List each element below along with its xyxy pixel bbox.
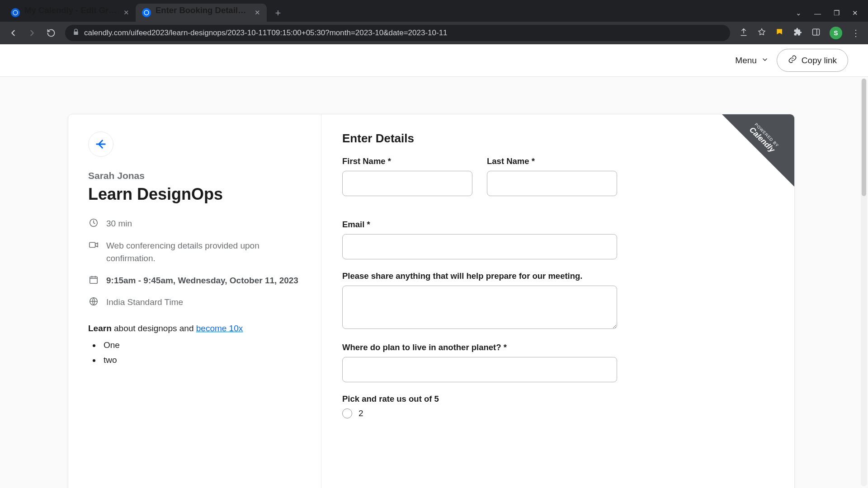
radio-icon[interactable] [342, 408, 352, 418]
email-label: Email * [342, 220, 617, 230]
close-tab-icon[interactable]: ✕ [123, 9, 129, 17]
datetime-row: 9:15am - 9:45am, Wednesday, October 11, … [88, 274, 301, 287]
desc-bullet: two [101, 353, 301, 366]
question1-input[interactable] [342, 357, 617, 382]
calendly-favicon-icon [142, 8, 151, 17]
copy-link-label: Copy link [802, 56, 837, 66]
page-header: Menu Copy link [0, 44, 868, 77]
tab-label: Enter Booking Details - Calendly [156, 5, 250, 15]
svg-point-0 [13, 10, 18, 15]
svg-rect-5 [90, 242, 95, 247]
timezone-row: India Standard Time [88, 296, 301, 309]
browser-tab-strip: My Calendly - Edit Group Event ✕ Enter B… [0, 0, 868, 22]
svg-point-1 [144, 10, 149, 15]
timezone-text: India Standard Time [106, 296, 183, 309]
question1-label: Where do plan to live in another planet?… [342, 343, 617, 352]
svg-rect-2 [813, 29, 820, 35]
browser-tab[interactable]: Enter Booking Details - Calendly ✕ [136, 4, 267, 22]
location-text: Web conferencing details provided upon c… [106, 239, 301, 265]
globe-icon [88, 296, 99, 307]
event-sidebar: Sarah Jonas Learn DesignOps 30 min Web c… [68, 114, 321, 488]
scrollbar[interactable] [861, 79, 867, 486]
radio-label: 2 [359, 408, 363, 418]
scrollbar-thumb[interactable] [862, 79, 866, 196]
desc-link[interactable]: become 10x [196, 324, 243, 333]
lock-icon [72, 28, 80, 38]
side-panel-icon[interactable] [811, 28, 821, 38]
calendar-icon [88, 274, 99, 285]
back-button[interactable] [88, 131, 113, 157]
url-text: calendly.com/uifeed2023/learn-designops/… [84, 28, 448, 38]
reload-icon[interactable] [43, 25, 59, 41]
kebab-menu-icon[interactable]: ⋮ [851, 28, 860, 38]
datetime-text: 9:15am - 9:45am, Wednesday, October 11, … [106, 274, 298, 287]
last-name-label: Last Name * [487, 156, 617, 166]
copy-link-button[interactable]: Copy link [777, 49, 848, 72]
video-icon [88, 239, 99, 250]
address-bar[interactable]: calendly.com/uifeed2023/learn-designops/… [65, 25, 730, 41]
event-title: Learn DesignOps [88, 185, 301, 204]
minimize-icon[interactable]: ― [814, 9, 821, 17]
email-input[interactable] [342, 234, 617, 259]
location-row: Web conferencing details provided upon c… [88, 239, 301, 265]
close-window-icon[interactable]: ✕ [852, 9, 858, 17]
menu-label: Menu [735, 56, 757, 66]
form-title: Enter Details [342, 131, 774, 145]
menu-dropdown[interactable]: Menu [735, 56, 769, 66]
close-tab-icon[interactable]: ✕ [255, 9, 260, 17]
back-icon[interactable] [5, 25, 21, 41]
tab-label: My Calendly - Edit Group Event [24, 5, 119, 15]
booking-form: Enter Details First Name * Last Name * E… [321, 114, 794, 488]
extension-badge-icon[interactable] [775, 28, 784, 38]
window-controls: ⌄ ― ❐ ✕ [796, 9, 863, 22]
share-icon[interactable] [739, 28, 748, 38]
browser-tab[interactable]: My Calendly - Edit Group Event ✕ [5, 4, 136, 22]
calendly-favicon-icon [11, 8, 20, 17]
page-viewport: POWERED BY Calendly Sarah Jonas Learn De… [0, 77, 868, 488]
last-name-input[interactable] [487, 171, 617, 196]
browser-toolbar: calendly.com/uifeed2023/learn-designops/… [0, 22, 868, 44]
host-name: Sarah Jonas [88, 170, 301, 181]
new-tab-button[interactable]: + [270, 5, 286, 21]
notes-textarea[interactable] [342, 286, 617, 329]
first-name-label: First Name * [342, 156, 472, 166]
maximize-icon[interactable]: ❐ [834, 9, 840, 17]
event-description: Learn about designops and become 10x One… [88, 322, 301, 367]
forward-icon [24, 25, 40, 41]
notes-label: Please share anything that will help pre… [342, 271, 617, 281]
chevron-down-icon [761, 56, 769, 66]
desc-strong: Learn [88, 324, 112, 333]
extensions-icon[interactable] [793, 28, 802, 38]
bookmark-star-icon[interactable] [757, 28, 766, 38]
duration-text: 30 min [106, 217, 132, 230]
link-icon [788, 55, 797, 66]
radio-option[interactable]: 2 [342, 408, 617, 418]
toolbar-right: S ⋮ [736, 27, 863, 39]
duration-row: 30 min [88, 217, 301, 230]
profile-avatar[interactable]: S [830, 27, 842, 39]
clock-icon [88, 217, 99, 228]
svg-rect-6 [90, 277, 98, 283]
booking-card: POWERED BY Calendly Sarah Jonas Learn De… [68, 114, 795, 488]
desc-plain: about designops and [112, 324, 196, 333]
tab-overview-icon[interactable]: ⌄ [796, 9, 802, 17]
first-name-input[interactable] [342, 171, 472, 196]
desc-bullet: One [101, 338, 301, 352]
question2-label: Pick and rate us out of 5 [342, 394, 617, 404]
